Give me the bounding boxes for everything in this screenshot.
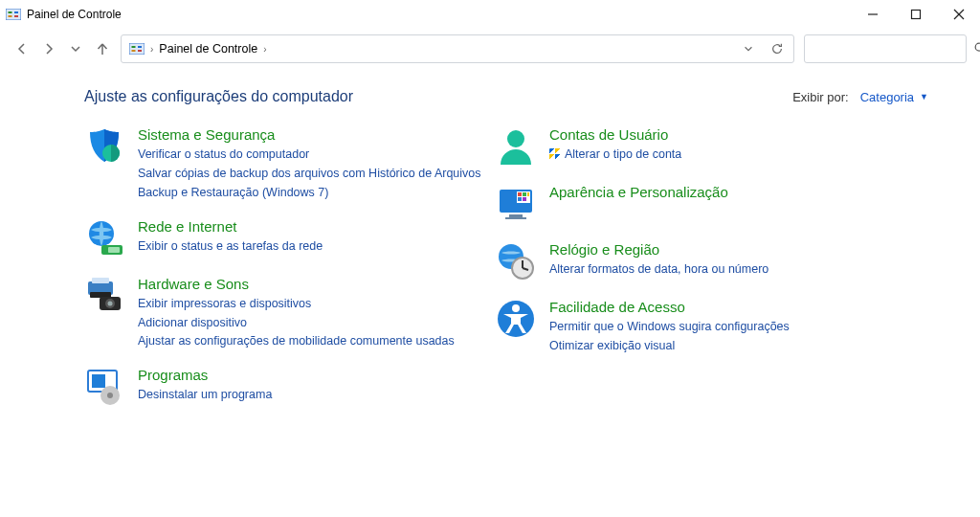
view-by-label: Exibir por:: [792, 90, 849, 104]
svg-rect-9: [129, 43, 145, 55]
category-link[interactable]: Verificar o status do computador: [138, 146, 481, 163]
maximize-button[interactable]: [894, 0, 937, 29]
svg-rect-0: [6, 9, 21, 20]
svg-rect-11: [132, 50, 136, 52]
page-title: Ajuste as configurações do computador: [84, 88, 353, 105]
category-system-security: Sistema e Segurança Verificar o status d…: [84, 126, 486, 201]
search-icon: [973, 41, 980, 57]
control-panel-icon: [129, 41, 145, 56]
category-heading[interactable]: Facilidade de Acesso: [549, 299, 790, 316]
main-content: Ajuste as configurações do computador Ex…: [0, 69, 980, 424]
svg-point-25: [108, 301, 113, 305]
app-icon: [6, 7, 21, 22]
svg-rect-32: [509, 214, 523, 217]
view-by-value: Categoria: [860, 90, 914, 104]
category-link[interactable]: Alterar formatos de data, hora ou número: [549, 261, 768, 278]
recent-locations-button[interactable]: [67, 40, 84, 57]
svg-point-29: [107, 393, 113, 398]
svg-rect-6: [911, 11, 920, 19]
category-network-internet: Rede e Internet Exibir o status e as tar…: [84, 218, 486, 258]
category-link[interactable]: Alterar o tipo de conta: [549, 146, 681, 163]
shield-icon: [84, 126, 124, 167]
up-button[interactable]: [94, 40, 111, 57]
svg-rect-12: [138, 46, 142, 48]
category-link[interactable]: Adicionar dispositivo: [138, 315, 455, 331]
clock-globe-icon: [496, 241, 536, 281]
category-heading[interactable]: Rede e Internet: [138, 218, 323, 236]
back-button[interactable]: [13, 40, 31, 57]
svg-rect-35: [518, 192, 522, 196]
chevron-right-icon: ›: [150, 44, 153, 55]
category-user-accounts: Contas de Usuário Alterar o tipo de cont…: [496, 126, 898, 167]
category-heading[interactable]: Contas de Usuário: [549, 126, 681, 144]
globe-network-icon: [84, 218, 124, 258]
category-link[interactable]: Otimizar exibição visual: [549, 338, 790, 354]
category-link[interactable]: Exibir o status e as tarefas da rede: [138, 238, 323, 255]
categories-column-right: Contas de Usuário Alterar o tipo de cont…: [496, 126, 898, 424]
user-icon: [496, 126, 536, 167]
svg-rect-37: [527, 192, 529, 196]
category-link[interactable]: Ajustar as configurações de mobilidade c…: [138, 333, 455, 349]
breadcrumb-item[interactable]: Painel de Controle: [159, 42, 257, 56]
category-link[interactable]: Desinstalar um programa: [138, 387, 272, 403]
chevron-right-icon: ›: [263, 44, 266, 55]
category-heading[interactable]: Relógio e Região: [549, 241, 768, 258]
svg-rect-4: [14, 15, 18, 17]
minimize-button[interactable]: [851, 0, 894, 29]
search-box[interactable]: [804, 34, 967, 63]
search-input[interactable]: [813, 42, 973, 56]
svg-rect-10: [132, 46, 136, 48]
svg-rect-39: [523, 197, 526, 201]
svg-rect-13: [138, 50, 142, 52]
close-button[interactable]: [937, 0, 980, 29]
category-link[interactable]: Backup e Restauração (Windows 7): [138, 185, 481, 201]
category-link[interactable]: Permitir que o Windows sugira configuraç…: [549, 319, 790, 335]
svg-rect-36: [523, 192, 526, 196]
svg-rect-21: [92, 278, 109, 283]
svg-rect-1: [9, 11, 12, 13]
svg-rect-27: [92, 374, 105, 388]
forward-button[interactable]: [40, 40, 57, 57]
svg-rect-19: [108, 247, 120, 253]
category-link[interactable]: Exibir impressoras e dispositivos: [138, 296, 455, 312]
categories-column-left: Sistema e Segurança Verificar o status d…: [84, 126, 486, 424]
accessibility-icon: [496, 299, 536, 339]
category-ease-of-access: Facilidade de Acesso Permitir que o Wind…: [496, 299, 898, 354]
category-heading[interactable]: Programas: [138, 367, 272, 384]
view-by-selector[interactable]: Categoria ▼: [860, 90, 928, 104]
refresh-button[interactable]: [768, 40, 786, 57]
category-link[interactable]: Salvar cópias de backup dos arquivos com…: [138, 166, 481, 182]
chevron-down-icon: ▼: [920, 92, 928, 101]
svg-point-30: [507, 130, 524, 147]
category-appearance-personalization: Aparência e Personalização: [496, 184, 898, 224]
svg-point-14: [975, 43, 980, 51]
svg-point-45: [512, 304, 520, 312]
address-history-button[interactable]: [740, 40, 757, 57]
monitor-colors-icon: [496, 184, 536, 224]
programs-icon: [84, 367, 124, 407]
category-programs: Programas Desinstalar um programa: [84, 367, 486, 407]
category-heading[interactable]: Aparência e Personalização: [549, 184, 728, 201]
category-heading[interactable]: Sistema e Segurança: [138, 126, 481, 144]
window-title: Painel de Controle: [27, 8, 122, 21]
svg-rect-38: [518, 197, 522, 201]
address-bar[interactable]: › Painel de Controle ›: [121, 34, 794, 63]
svg-rect-2: [9, 15, 12, 17]
category-hardware-sound: Hardware e Sons Exibir impressoras e dis…: [84, 276, 486, 350]
category-clock-region: Relógio e Região Alterar formatos de dat…: [496, 241, 898, 281]
titlebar: Painel de Controle: [0, 0, 980, 29]
navbar: › Painel de Controle ›: [0, 29, 980, 69]
view-by: Exibir por: Categoria ▼: [792, 90, 928, 104]
svg-rect-3: [14, 11, 18, 13]
printer-camera-icon: [84, 276, 124, 316]
svg-rect-33: [505, 217, 526, 219]
category-heading[interactable]: Hardware e Sons: [138, 276, 455, 293]
